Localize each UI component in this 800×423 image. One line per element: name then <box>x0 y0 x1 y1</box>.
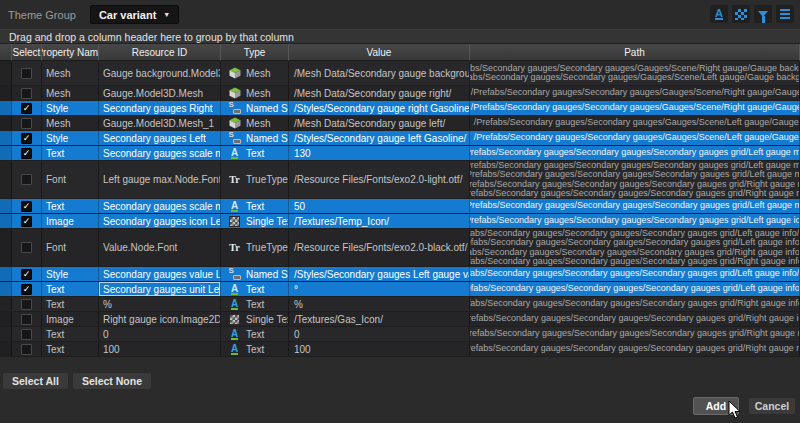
path-line: /Prefabs/Secondary gauges/Secondary gaug… <box>470 148 800 158</box>
row-value: /Textures/Gas_Icon/ <box>289 312 470 326</box>
table-row[interactable]: Style Secondary gauges value Left S Name… <box>0 267 800 282</box>
text-filter-icon[interactable]: A <box>710 5 728 23</box>
row-checkbox[interactable] <box>21 242 32 253</box>
table-row[interactable]: Image Right gauge icon.Image2D.Image Sin… <box>0 312 800 327</box>
row-gutter <box>0 61 12 85</box>
select-cell[interactable] <box>12 214 42 228</box>
table-row[interactable]: Text 100 A Text 100 /Prefabs/Secondary g… <box>0 342 800 357</box>
texture-filter-icon[interactable] <box>732 5 750 23</box>
row-resource-id: Right gauge icon.Image2D.Image <box>99 312 221 326</box>
row-checkbox[interactable] <box>21 148 32 159</box>
table-row[interactable]: Text 0 A Text 0 /Prefabs/Secondary gauge… <box>0 327 800 342</box>
select-none-button[interactable]: Select None <box>72 372 152 390</box>
row-resource-id: Secondary gauges Right <box>99 101 221 115</box>
row-checkbox[interactable] <box>21 68 32 79</box>
row-gutter <box>0 297 12 311</box>
row-property-name: Mesh <box>42 116 99 130</box>
row-property-name: Text <box>42 297 99 311</box>
type-cell: A Text <box>221 146 289 160</box>
select-all-button[interactable]: Select All <box>2 372 69 390</box>
row-checkbox[interactable] <box>21 269 32 280</box>
column-header-value[interactable]: Value <box>289 44 470 61</box>
select-cell[interactable] <box>12 61 42 85</box>
path-line: /Prefabs/Secondary gauges/Secondary gaug… <box>471 103 800 113</box>
cancel-button[interactable]: Cancel <box>748 397 796 415</box>
table-row[interactable]: Style Secondary gauges Right S Named Sty… <box>0 101 800 116</box>
row-value: 0 <box>289 327 470 341</box>
row-checkbox[interactable] <box>21 133 32 144</box>
table-row[interactable]: Mesh Gauge.Model3D.Mesh_1 Mesh /Mesh Dat… <box>0 116 800 131</box>
select-cell[interactable] <box>12 86 42 100</box>
select-cell[interactable] <box>12 161 42 198</box>
row-checkbox[interactable] <box>21 103 32 114</box>
select-cell[interactable] <box>12 297 42 311</box>
row-property-name: Mesh <box>42 86 99 100</box>
table-row[interactable]: Font Left gauge max.Node.Font Tr TrueTyp… <box>0 161 800 199</box>
texture-type-icon <box>228 215 241 227</box>
row-checkbox[interactable] <box>21 88 32 99</box>
row-checkbox[interactable] <box>21 344 32 355</box>
row-resource-id: Secondary gauges scale min Left <box>99 199 221 213</box>
select-cell[interactable] <box>12 146 42 160</box>
filter-icon[interactable] <box>754 5 772 23</box>
type-cell: Mesh <box>221 61 289 85</box>
row-checkbox[interactable] <box>21 329 32 340</box>
row-checkbox[interactable] <box>21 284 32 295</box>
row-property-name: Style <box>42 101 99 115</box>
table-row[interactable]: Style Secondary gauges Left S Named Styl… <box>0 131 800 146</box>
table-row[interactable]: Font Value.Node.Font Tr TrueType Font /R… <box>0 229 800 267</box>
table-row[interactable]: Image Secondary gauges icon Left Single … <box>0 214 800 229</box>
type-label: Single Texture <box>246 314 289 325</box>
row-paths: /Prefabs/Secondary gauges/Secondary gaug… <box>470 86 800 100</box>
table-row[interactable]: Text Secondary gauges scale min Left A T… <box>0 199 800 214</box>
table-row[interactable]: Mesh Gauge background.Model3D.Mesh Mesh … <box>0 61 800 86</box>
type-label: TrueType Font <box>246 242 289 253</box>
row-resource-id: Left gauge max.Node.Font <box>99 161 221 198</box>
table-body: Mesh Gauge background.Model3D.Mesh Mesh … <box>0 61 800 357</box>
column-header-property-name[interactable]: Property Name <box>42 44 99 61</box>
table-row[interactable]: Text Secondary gauges scale max Left A T… <box>0 146 800 161</box>
select-cell[interactable] <box>12 282 42 296</box>
row-checkbox[interactable] <box>21 174 32 185</box>
column-header-path[interactable]: Path <box>470 44 800 61</box>
row-property-name: Text <box>42 146 99 160</box>
select-cell[interactable] <box>12 199 42 213</box>
row-resource-id: Value.Node.Font <box>99 229 221 266</box>
toolbar: A <box>710 5 794 23</box>
text-type-icon: A <box>228 283 241 295</box>
row-paths: /Prefabs/Secondary gauges/Secondary gaug… <box>470 297 800 311</box>
select-cell[interactable] <box>12 101 42 115</box>
row-checkbox[interactable] <box>21 201 32 212</box>
row-checkbox[interactable] <box>21 299 32 310</box>
select-cell[interactable] <box>12 327 42 341</box>
table-row[interactable]: Text % A Text % /Prefabs/Secondary gauge… <box>0 297 800 312</box>
column-header-select[interactable]: Select <box>12 44 42 61</box>
select-cell[interactable] <box>12 342 42 356</box>
table-row[interactable]: Mesh Gauge.Model3D.Mesh Mesh /Mesh Data/… <box>0 86 800 101</box>
path-line: /Prefabs/Secondary gauges/Secondary gaug… <box>474 133 800 143</box>
row-paths: /Prefabs/Secondary gauges/Secondary gaug… <box>470 214 800 228</box>
row-checkbox[interactable] <box>21 216 32 227</box>
select-cell[interactable] <box>12 131 42 145</box>
row-value: /Resource Files/Fonts/exo2.0-black.otf/ <box>289 229 470 266</box>
row-property-name: Text <box>42 327 99 341</box>
list-view-icon[interactable] <box>776 5 794 23</box>
type-cell: S Named Style <box>221 267 289 281</box>
select-cell[interactable] <box>12 267 42 281</box>
row-checkbox[interactable] <box>21 118 32 129</box>
column-header-type[interactable]: Type <box>221 44 289 61</box>
row-checkbox[interactable] <box>21 314 32 325</box>
column-header-resource-id[interactable]: Resource ID <box>99 44 221 61</box>
font-type-icon: Tr <box>228 174 241 186</box>
select-cell[interactable] <box>12 312 42 326</box>
table-row[interactable]: Text Secondary gauges unit Left A Text °… <box>0 282 800 297</box>
type-label: Text <box>246 344 264 355</box>
group-drop-zone[interactable]: Drag and drop a column header here to gr… <box>0 29 800 44</box>
add-button[interactable]: Add <box>693 397 739 415</box>
row-gutter <box>0 131 12 145</box>
chevron-down-icon: ▼ <box>163 11 170 18</box>
select-cell[interactable] <box>12 116 42 130</box>
theme-variant-dropdown[interactable]: Car variant ▼ <box>90 5 179 24</box>
row-property-name: Font <box>42 161 99 198</box>
select-cell[interactable] <box>12 229 42 266</box>
